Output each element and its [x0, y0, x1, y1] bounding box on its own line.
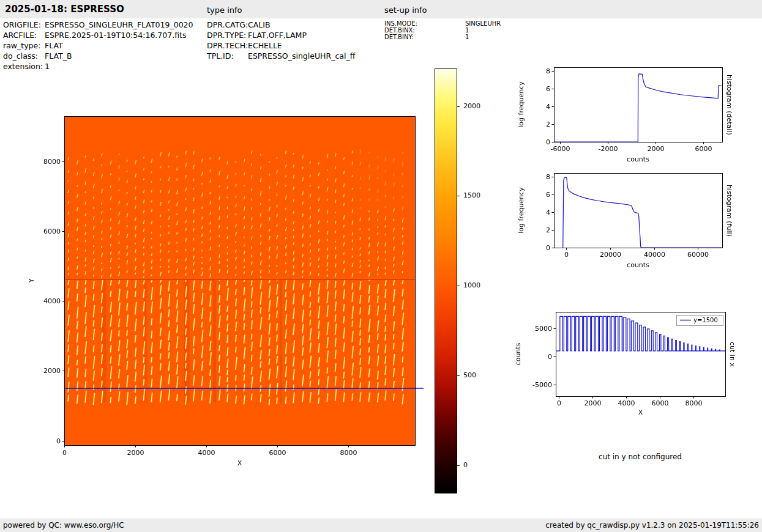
meta-row: INS.MODE:SINGLEUHR [384, 20, 501, 27]
meta-label: INS.MODE: [384, 20, 465, 27]
meta-label: TPL.ID: [207, 51, 248, 61]
type-info-heading: type info [207, 6, 242, 15]
colorbar: 2000150010005000 [435, 68, 490, 497]
meta-label: raw_type: [3, 40, 45, 51]
meta-row: ARCFILE:ESPRE.2025-01-19T10:54:16.707.fi… [3, 30, 193, 40]
footer-bar: powered by QC: www.eso.org/HC created by… [0, 519, 762, 532]
colorbar-tick-label: 1500 [463, 192, 480, 199]
colorbar-tick [457, 375, 460, 376]
meta-row: DET.BINY:1 [384, 34, 501, 40]
meta-value: ESPRESSO_SINGLEUHR_FLAT019_0020 [45, 20, 193, 30]
cut-in-y-note: cut in y not configured [569, 453, 711, 461]
qc-rawdisp-page: 2025-01-18: ESPRESSO type info set-up in… [0, 0, 762, 532]
meta-label: DET.BINX: [384, 27, 465, 34]
histogram-full-right-label: histogram (full) [724, 173, 734, 248]
footer-right-text: created by qc_rawdisp.py v1.2.3 on 2025-… [545, 521, 759, 530]
meta-value: FLAT [45, 40, 63, 51]
histogram-full-canvas [508, 167, 741, 277]
meta-row: DET.BINX:1 [384, 27, 501, 34]
colorbar-tick [457, 465, 460, 466]
meta-label: extension: [3, 61, 45, 72]
meta-value: SINGLEUHR [465, 20, 501, 27]
colorbar-tick-label: 2000 [463, 103, 480, 110]
colorbar-tick-label: 500 [463, 372, 476, 379]
raw-image-plot-canvas [24, 110, 428, 477]
meta-row: extension:1 [3, 61, 193, 72]
header-bar: 2025-01-18: ESPRESSO type info set-up in… [0, 0, 762, 18]
cut-in-x-right-label: cut in x [727, 312, 737, 396]
file-info-block: ORIGFILE:ESPRESSO_SINGLEUHR_FLAT019_0020… [3, 20, 193, 72]
setup-info-heading: set-up info [384, 6, 427, 15]
meta-value: CALIB [248, 20, 271, 30]
meta-value: ESPRESSO_singleUHR_cal_ff [248, 51, 355, 61]
page-title: 2025-01-18: ESPRESSO [5, 4, 124, 15]
meta-label: ARCFILE: [3, 30, 45, 40]
meta-label: DPR.CATG: [207, 20, 248, 30]
colorbar-tick [457, 286, 460, 286]
meta-label: DET.BINY: [384, 34, 465, 40]
meta-value: ESPRE.2025-01-19T10:54:16.707.fits [45, 30, 186, 40]
colorbar-gradient [435, 68, 457, 493]
meta-row: raw_type:FLAT [3, 40, 193, 51]
meta-value: 1 [45, 61, 50, 72]
colorbar-tick-label: 1000 [463, 282, 480, 289]
meta-row: DPR.CATG:CALIB [207, 20, 355, 30]
histogram-detail-right-label: histogram (detail) [724, 67, 734, 142]
colorbar-tick [457, 196, 460, 196]
meta-row: DPR.TECH:ECHELLE [207, 40, 355, 51]
meta-row: TPL.ID:ESPRESSO_singleUHR_cal_ff [207, 51, 355, 61]
colorbar-tick-label: 0 [463, 462, 468, 469]
meta-row: DPR.TYPE:FLAT,OFF,LAMP [207, 30, 355, 40]
footer-left-text: powered by QC: www.eso.org/HC [3, 521, 124, 530]
setup-info-block: INS.MODE:SINGLEUHR DET.BINX:1 DET.BINY:1 [384, 20, 501, 40]
meta-label: ORIGFILE: [3, 20, 45, 30]
meta-value: 1 [465, 27, 469, 34]
meta-row: do_class:FLAT_B [3, 51, 193, 61]
meta-value: FLAT_B [45, 51, 72, 61]
meta-label: do_class: [3, 51, 45, 61]
histogram-detail-canvas [508, 61, 741, 171]
meta-value: ECHELLE [248, 40, 282, 51]
cut-in-x-canvas [508, 306, 741, 422]
meta-value: 1 [465, 34, 469, 40]
meta-row: ORIGFILE:ESPRESSO_SINGLEUHR_FLAT019_0020 [3, 20, 193, 30]
meta-value: FLAT,OFF,LAMP [248, 30, 307, 40]
meta-label: DPR.TYPE: [207, 30, 248, 40]
type-info-block: DPR.CATG:CALIB DPR.TYPE:FLAT,OFF,LAMP DP… [207, 20, 355, 61]
meta-label: DPR.TECH: [207, 40, 248, 51]
colorbar-tick [457, 106, 460, 107]
